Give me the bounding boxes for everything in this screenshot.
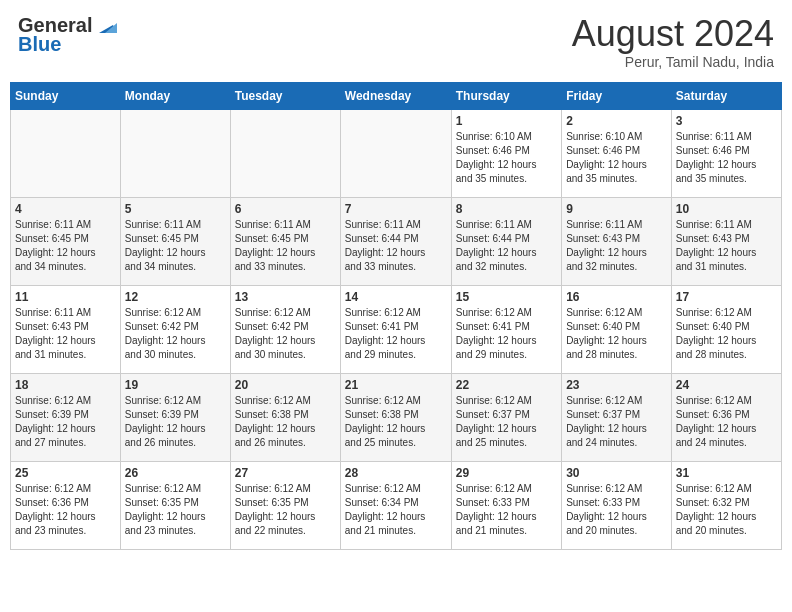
day-number: 1 — [456, 114, 557, 128]
day-number: 2 — [566, 114, 667, 128]
day-info: Sunrise: 6:12 AM Sunset: 6:35 PM Dayligh… — [235, 482, 336, 538]
calendar-cell: 13Sunrise: 6:12 AM Sunset: 6:42 PM Dayli… — [230, 285, 340, 373]
calendar-week-row: 1Sunrise: 6:10 AM Sunset: 6:46 PM Daylig… — [11, 109, 782, 197]
calendar-cell: 8Sunrise: 6:11 AM Sunset: 6:44 PM Daylig… — [451, 197, 561, 285]
calendar-cell: 17Sunrise: 6:12 AM Sunset: 6:40 PM Dayli… — [671, 285, 781, 373]
calendar-cell: 25Sunrise: 6:12 AM Sunset: 6:36 PM Dayli… — [11, 461, 121, 549]
calendar-cell: 30Sunrise: 6:12 AM Sunset: 6:33 PM Dayli… — [562, 461, 672, 549]
calendar-cell: 26Sunrise: 6:12 AM Sunset: 6:35 PM Dayli… — [120, 461, 230, 549]
day-number: 31 — [676, 466, 777, 480]
calendar-cell: 15Sunrise: 6:12 AM Sunset: 6:41 PM Dayli… — [451, 285, 561, 373]
logo-icon — [95, 15, 117, 37]
day-info: Sunrise: 6:10 AM Sunset: 6:46 PM Dayligh… — [456, 130, 557, 186]
day-info: Sunrise: 6:11 AM Sunset: 6:44 PM Dayligh… — [345, 218, 447, 274]
day-number: 27 — [235, 466, 336, 480]
day-number: 4 — [15, 202, 116, 216]
day-number: 5 — [125, 202, 226, 216]
col-header-wednesday: Wednesday — [340, 82, 451, 109]
day-number: 26 — [125, 466, 226, 480]
svg-marker-1 — [105, 23, 117, 33]
calendar-week-row: 4Sunrise: 6:11 AM Sunset: 6:45 PM Daylig… — [11, 197, 782, 285]
calendar-cell: 29Sunrise: 6:12 AM Sunset: 6:33 PM Dayli… — [451, 461, 561, 549]
day-number: 24 — [676, 378, 777, 392]
day-number: 28 — [345, 466, 447, 480]
calendar-cell: 2Sunrise: 6:10 AM Sunset: 6:46 PM Daylig… — [562, 109, 672, 197]
day-info: Sunrise: 6:12 AM Sunset: 6:37 PM Dayligh… — [566, 394, 667, 450]
day-number: 23 — [566, 378, 667, 392]
col-header-friday: Friday — [562, 82, 672, 109]
calendar-cell — [11, 109, 121, 197]
day-info: Sunrise: 6:12 AM Sunset: 6:36 PM Dayligh… — [676, 394, 777, 450]
day-info: Sunrise: 6:11 AM Sunset: 6:43 PM Dayligh… — [566, 218, 667, 274]
day-number: 10 — [676, 202, 777, 216]
calendar-week-row: 18Sunrise: 6:12 AM Sunset: 6:39 PM Dayli… — [11, 373, 782, 461]
day-number: 18 — [15, 378, 116, 392]
day-number: 17 — [676, 290, 777, 304]
col-header-saturday: Saturday — [671, 82, 781, 109]
day-info: Sunrise: 6:12 AM Sunset: 6:39 PM Dayligh… — [15, 394, 116, 450]
calendar-table: SundayMondayTuesdayWednesdayThursdayFrid… — [10, 82, 782, 550]
day-number: 15 — [456, 290, 557, 304]
calendar-cell: 24Sunrise: 6:12 AM Sunset: 6:36 PM Dayli… — [671, 373, 781, 461]
calendar-cell — [120, 109, 230, 197]
calendar-cell: 22Sunrise: 6:12 AM Sunset: 6:37 PM Dayli… — [451, 373, 561, 461]
location-text: Perur, Tamil Nadu, India — [572, 54, 774, 70]
col-header-thursday: Thursday — [451, 82, 561, 109]
day-info: Sunrise: 6:11 AM Sunset: 6:45 PM Dayligh… — [125, 218, 226, 274]
day-info: Sunrise: 6:12 AM Sunset: 6:40 PM Dayligh… — [566, 306, 667, 362]
calendar-cell: 20Sunrise: 6:12 AM Sunset: 6:38 PM Dayli… — [230, 373, 340, 461]
day-info: Sunrise: 6:12 AM Sunset: 6:36 PM Dayligh… — [15, 482, 116, 538]
calendar-cell: 27Sunrise: 6:12 AM Sunset: 6:35 PM Dayli… — [230, 461, 340, 549]
day-info: Sunrise: 6:10 AM Sunset: 6:46 PM Dayligh… — [566, 130, 667, 186]
calendar-cell: 6Sunrise: 6:11 AM Sunset: 6:45 PM Daylig… — [230, 197, 340, 285]
calendar-cell: 5Sunrise: 6:11 AM Sunset: 6:45 PM Daylig… — [120, 197, 230, 285]
logo: General Blue — [18, 14, 117, 56]
day-info: Sunrise: 6:12 AM Sunset: 6:32 PM Dayligh… — [676, 482, 777, 538]
calendar-cell: 14Sunrise: 6:12 AM Sunset: 6:41 PM Dayli… — [340, 285, 451, 373]
calendar-cell: 23Sunrise: 6:12 AM Sunset: 6:37 PM Dayli… — [562, 373, 672, 461]
calendar-cell — [230, 109, 340, 197]
day-info: Sunrise: 6:12 AM Sunset: 6:37 PM Dayligh… — [456, 394, 557, 450]
calendar-cell: 9Sunrise: 6:11 AM Sunset: 6:43 PM Daylig… — [562, 197, 672, 285]
day-info: Sunrise: 6:11 AM Sunset: 6:46 PM Dayligh… — [676, 130, 777, 186]
calendar-week-row: 25Sunrise: 6:12 AM Sunset: 6:36 PM Dayli… — [11, 461, 782, 549]
day-info: Sunrise: 6:12 AM Sunset: 6:42 PM Dayligh… — [125, 306, 226, 362]
calendar-cell: 19Sunrise: 6:12 AM Sunset: 6:39 PM Dayli… — [120, 373, 230, 461]
day-info: Sunrise: 6:11 AM Sunset: 6:43 PM Dayligh… — [676, 218, 777, 274]
day-number: 6 — [235, 202, 336, 216]
title-block: August 2024 Perur, Tamil Nadu, India — [572, 14, 774, 70]
calendar-cell: 21Sunrise: 6:12 AM Sunset: 6:38 PM Dayli… — [340, 373, 451, 461]
day-number: 9 — [566, 202, 667, 216]
calendar-cell: 16Sunrise: 6:12 AM Sunset: 6:40 PM Dayli… — [562, 285, 672, 373]
calendar-cell: 4Sunrise: 6:11 AM Sunset: 6:45 PM Daylig… — [11, 197, 121, 285]
day-number: 30 — [566, 466, 667, 480]
calendar-cell — [340, 109, 451, 197]
day-info: Sunrise: 6:12 AM Sunset: 6:33 PM Dayligh… — [456, 482, 557, 538]
day-info: Sunrise: 6:12 AM Sunset: 6:40 PM Dayligh… — [676, 306, 777, 362]
calendar-header-row: SundayMondayTuesdayWednesdayThursdayFrid… — [11, 82, 782, 109]
day-number: 13 — [235, 290, 336, 304]
col-header-sunday: Sunday — [11, 82, 121, 109]
calendar-cell: 1Sunrise: 6:10 AM Sunset: 6:46 PM Daylig… — [451, 109, 561, 197]
calendar-cell: 7Sunrise: 6:11 AM Sunset: 6:44 PM Daylig… — [340, 197, 451, 285]
col-header-tuesday: Tuesday — [230, 82, 340, 109]
day-info: Sunrise: 6:12 AM Sunset: 6:38 PM Dayligh… — [235, 394, 336, 450]
day-info: Sunrise: 6:12 AM Sunset: 6:41 PM Dayligh… — [345, 306, 447, 362]
day-number: 21 — [345, 378, 447, 392]
calendar-cell: 28Sunrise: 6:12 AM Sunset: 6:34 PM Dayli… — [340, 461, 451, 549]
day-info: Sunrise: 6:12 AM Sunset: 6:34 PM Dayligh… — [345, 482, 447, 538]
day-number: 7 — [345, 202, 447, 216]
calendar-week-row: 11Sunrise: 6:11 AM Sunset: 6:43 PM Dayli… — [11, 285, 782, 373]
day-number: 19 — [125, 378, 226, 392]
calendar-cell: 3Sunrise: 6:11 AM Sunset: 6:46 PM Daylig… — [671, 109, 781, 197]
calendar-cell: 12Sunrise: 6:12 AM Sunset: 6:42 PM Dayli… — [120, 285, 230, 373]
col-header-monday: Monday — [120, 82, 230, 109]
day-info: Sunrise: 6:11 AM Sunset: 6:45 PM Dayligh… — [15, 218, 116, 274]
calendar-cell: 31Sunrise: 6:12 AM Sunset: 6:32 PM Dayli… — [671, 461, 781, 549]
day-number: 11 — [15, 290, 116, 304]
month-year-title: August 2024 — [572, 14, 774, 54]
calendar-cell: 18Sunrise: 6:12 AM Sunset: 6:39 PM Dayli… — [11, 373, 121, 461]
day-info: Sunrise: 6:12 AM Sunset: 6:38 PM Dayligh… — [345, 394, 447, 450]
day-number: 20 — [235, 378, 336, 392]
day-info: Sunrise: 6:12 AM Sunset: 6:41 PM Dayligh… — [456, 306, 557, 362]
